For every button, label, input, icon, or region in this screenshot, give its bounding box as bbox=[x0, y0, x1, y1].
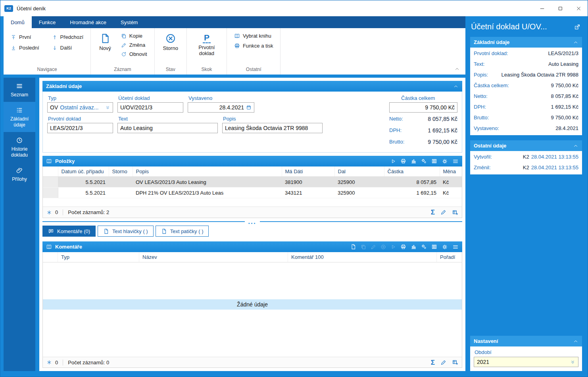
collapse-section-icon[interactable] bbox=[573, 143, 578, 149]
edit-button[interactable]: Změna bbox=[119, 41, 150, 49]
tab-text-hlavicky[interactable]: Text hlavičky ( ) bbox=[98, 226, 154, 237]
gears-icon[interactable] bbox=[421, 158, 427, 164]
ribbon-tab-funkce[interactable]: Funkce bbox=[32, 16, 63, 28]
sidebar-item-historie-dokladu[interactable]: Historie dokladu bbox=[4, 132, 35, 162]
close-icon bbox=[576, 6, 581, 11]
preview-row: Text:Auto Leasing bbox=[474, 59, 578, 69]
text-input[interactable]: Auto Leasing bbox=[117, 123, 218, 133]
row-selector[interactable] bbox=[43, 177, 58, 188]
column-komentar[interactable]: Komentář 100 bbox=[288, 252, 437, 262]
comment-bubble-icon bbox=[48, 228, 54, 234]
columns-icon[interactable] bbox=[431, 244, 437, 250]
column-dal[interactable]: Dal bbox=[334, 166, 384, 177]
column-typ[interactable]: Typ bbox=[58, 252, 139, 262]
open-in-window-icon[interactable] bbox=[574, 24, 580, 30]
ribbon-tab-domu[interactable]: Domů bbox=[4, 16, 32, 28]
sum-icon[interactable]: Σ bbox=[431, 359, 435, 366]
sidebar-item-seznam[interactable]: Seznam bbox=[4, 78, 35, 102]
functions-print-button[interactable]: Funkce a tisk bbox=[232, 42, 276, 50]
menu-icon[interactable] bbox=[452, 158, 459, 165]
edit-pencil-icon[interactable] bbox=[440, 209, 446, 215]
vystaveno-date-input[interactable]: 28.4.2021 bbox=[188, 102, 254, 113]
sidebar-item-zakladni-udaje[interactable]: Základní údaje bbox=[4, 102, 35, 132]
sidebar-item-prilohy[interactable]: Přílohy bbox=[4, 162, 35, 186]
table-add-icon[interactable] bbox=[452, 359, 458, 366]
edit-pencil-icon[interactable] bbox=[440, 360, 446, 366]
maximize-button[interactable] bbox=[551, 0, 569, 16]
items-row-1[interactable]: 5.5.2021 OV LEAS/2021/3 Auto Leasing 381… bbox=[43, 177, 462, 188]
snowflake-icon[interactable] bbox=[46, 360, 52, 365]
previous-button[interactable]: Předchozí bbox=[50, 33, 86, 41]
collapse-section-icon[interactable] bbox=[573, 40, 578, 45]
play-icon[interactable] bbox=[390, 159, 396, 164]
ucetni-doklad-value: U/OV/2021/3 bbox=[120, 104, 152, 111]
column-nazev[interactable]: Název bbox=[139, 252, 288, 262]
typ-label: Typ bbox=[47, 95, 113, 101]
ucetni-doklad-input[interactable]: U/OV/2021/3 bbox=[117, 102, 183, 113]
column-poradi[interactable]: Pořadí bbox=[437, 252, 462, 262]
arrow-up-icon bbox=[52, 34, 58, 40]
last-button[interactable]: Poslední bbox=[8, 44, 42, 52]
calendar-icon[interactable] bbox=[246, 105, 252, 110]
app-body: Domů Funkce Hromadné akce Systém První bbox=[0, 16, 588, 377]
storno-button[interactable]: Storno bbox=[159, 32, 182, 52]
print-icon[interactable] bbox=[400, 244, 406, 250]
selector-column-header[interactable] bbox=[43, 252, 58, 262]
column-castka[interactable]: Částka bbox=[384, 166, 440, 177]
table-add-icon[interactable] bbox=[452, 209, 458, 216]
columns-icon[interactable] bbox=[431, 158, 437, 164]
source-document-button[interactable]: P Prvotní doklad bbox=[192, 32, 222, 57]
collapse-section-icon[interactable] bbox=[453, 84, 459, 89]
close-button[interactable] bbox=[569, 0, 588, 16]
first-button[interactable]: První bbox=[8, 33, 42, 41]
items-section-title: Položky bbox=[55, 158, 75, 164]
window-controls bbox=[533, 0, 588, 16]
popis-input[interactable]: Leasing Škoda Octavia 2TR 9988 bbox=[222, 123, 323, 133]
collapse-section-icon[interactable] bbox=[573, 339, 578, 344]
refresh-button[interactable]: Obnovit bbox=[119, 50, 150, 58]
tab-komentare[interactable]: Komentáře (0) bbox=[42, 226, 96, 237]
new-record-icon[interactable] bbox=[350, 244, 356, 250]
chart-icon[interactable] bbox=[411, 158, 417, 164]
menu-icon[interactable] bbox=[452, 244, 459, 250]
prvotni-doklad-input[interactable]: LEAS/2021/3 bbox=[47, 123, 113, 133]
collapse-ribbon-icon[interactable] bbox=[454, 66, 460, 72]
tab-komentare-label: Komentáře (0) bbox=[57, 228, 90, 234]
horizontal-splitter[interactable]: ••• bbox=[42, 219, 462, 225]
column-datum[interactable]: Datum úč. případu bbox=[58, 166, 109, 177]
column-mena[interactable]: Měna bbox=[440, 166, 462, 177]
obdobi-dropdown[interactable]: 2021 bbox=[474, 357, 578, 367]
chart-icon[interactable] bbox=[411, 244, 417, 250]
edit-icon[interactable] bbox=[371, 244, 376, 250]
new-button[interactable]: Nový bbox=[96, 32, 115, 52]
changed-datetime-link[interactable]: 28.04.2021 13:13:55 bbox=[531, 165, 578, 170]
delete-icon[interactable] bbox=[380, 244, 386, 250]
castka-celkem-input[interactable]: 9 750,00 Kč bbox=[389, 102, 457, 113]
column-popis[interactable]: Popis bbox=[133, 166, 282, 177]
print-icon[interactable] bbox=[400, 158, 406, 164]
selector-column-header[interactable] bbox=[43, 166, 58, 177]
items-row-2[interactable]: 5.5.2021 DPH 21% OV LEAS/2021/3 Auto Lea… bbox=[43, 188, 462, 198]
next-button[interactable]: Další bbox=[50, 44, 86, 52]
play-icon[interactable] bbox=[390, 244, 396, 250]
tab-text-paticky[interactable]: Text patičky ( ) bbox=[156, 226, 209, 237]
minimize-button[interactable] bbox=[533, 0, 551, 16]
gears-icon[interactable] bbox=[421, 244, 427, 250]
row-selector[interactable] bbox=[43, 188, 58, 198]
copy-button[interactable]: Kopie bbox=[119, 32, 150, 40]
column-storno[interactable]: Storno bbox=[109, 166, 133, 177]
settings-gear-icon[interactable] bbox=[442, 244, 448, 250]
snowflake-icon[interactable] bbox=[46, 210, 52, 215]
last-label: Poslední bbox=[19, 45, 39, 51]
titlebar: K2 Účetní deník bbox=[0, 0, 588, 16]
select-book-button[interactable]: Vybrat knihu bbox=[232, 32, 276, 40]
ribbon-tab-hromadne-akce[interactable]: Hromadné akce bbox=[63, 16, 113, 28]
column-ma-dati[interactable]: Má Dáti bbox=[282, 166, 334, 177]
ribbon-tab-system[interactable]: Systém bbox=[113, 16, 145, 28]
settings-gear-icon[interactable] bbox=[442, 158, 448, 165]
created-datetime-link[interactable]: 28.04.2021 13:13:55 bbox=[531, 154, 578, 160]
typ-dropdown[interactable]: OV Ostatní závaz... bbox=[47, 102, 113, 113]
copy-icon[interactable] bbox=[361, 244, 366, 250]
sum-icon[interactable]: Σ bbox=[431, 209, 435, 216]
items-header-row: Datum úč. případu Storno Popis Má Dáti D… bbox=[43, 166, 462, 177]
